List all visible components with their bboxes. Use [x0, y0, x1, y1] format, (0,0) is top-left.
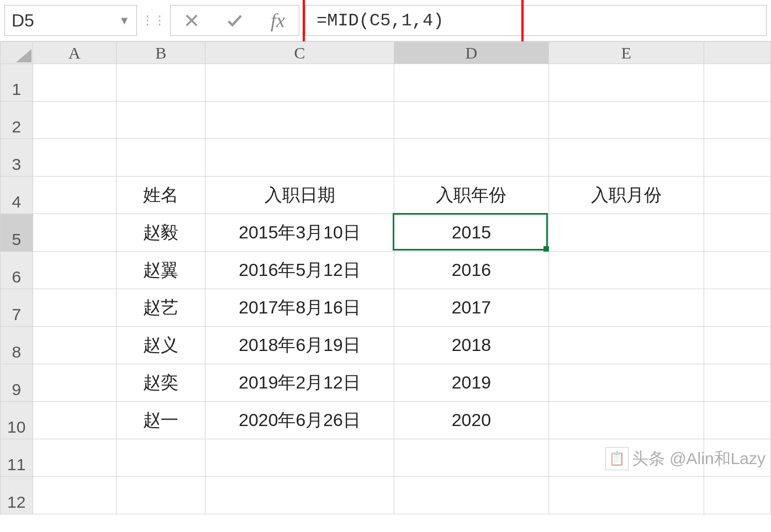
cell-B8[interactable]: 赵义 [116, 327, 205, 364]
cell-E3[interactable] [549, 139, 704, 177]
cell-C7[interactable]: 2017年8月16日 [205, 289, 394, 327]
col-header-B[interactable]: B [116, 42, 205, 64]
cell-A7[interactable] [33, 289, 116, 327]
cell-C2[interactable] [205, 102, 394, 139]
cell-D2[interactable] [394, 102, 549, 139]
cell-A11[interactable] [33, 439, 116, 477]
cell-D4[interactable]: 入职年份 [394, 177, 549, 214]
cell-A12[interactable] [33, 477, 116, 514]
confirm-icon[interactable] [218, 6, 251, 35]
row-header[interactable]: 3 [1, 139, 33, 177]
cell-extra[interactable] [704, 402, 770, 439]
name-box-text: D5 [12, 10, 119, 31]
cell-C12[interactable] [205, 477, 394, 514]
cell-B10[interactable]: 赵一 [116, 402, 205, 439]
cell-extra[interactable] [704, 102, 770, 139]
fx-button[interactable]: fx [261, 6, 294, 35]
row-header[interactable]: 1 [1, 64, 33, 102]
row-header[interactable]: 5 [1, 214, 33, 252]
cell-E1[interactable] [549, 64, 704, 102]
cell-E9[interactable] [549, 364, 704, 402]
cell-E5[interactable] [549, 214, 704, 252]
cell-extra[interactable] [704, 364, 770, 402]
row-header[interactable]: 11 [1, 439, 33, 477]
cell-C9[interactable]: 2019年2月12日 [205, 364, 394, 402]
cell-D7[interactable]: 2017 [394, 289, 549, 327]
cell-extra[interactable] [704, 214, 770, 252]
cell-D12[interactable] [394, 477, 549, 514]
cell-B9[interactable]: 赵奕 [116, 364, 205, 402]
expand-icon[interactable]: ⋮⋮ [142, 5, 165, 36]
select-all-corner[interactable] [1, 42, 33, 64]
cell-B7[interactable]: 赵艺 [116, 289, 205, 327]
row-header[interactable]: 7 [1, 289, 33, 327]
table-row: 9赵奕2019年2月12日2019 [1, 364, 771, 402]
row-header[interactable]: 8 [1, 327, 33, 364]
col-header-D[interactable]: D [394, 42, 549, 64]
cell-C11[interactable] [205, 439, 394, 477]
cell-B5[interactable]: 赵毅 [116, 214, 205, 252]
cell-C8[interactable]: 2018年6月19日 [205, 327, 394, 364]
dropdown-arrow-icon[interactable]: ▼ [119, 14, 130, 27]
cell-D3[interactable] [394, 139, 549, 177]
row-header[interactable]: 12 [1, 477, 33, 514]
cell-A3[interactable] [33, 139, 116, 177]
cell-C10[interactable]: 2020年6月26日 [205, 402, 394, 439]
cell-A2[interactable] [33, 102, 116, 139]
cell-A10[interactable] [33, 402, 116, 439]
col-header-E[interactable]: E [549, 42, 704, 64]
cell-E7[interactable] [549, 289, 704, 327]
col-header-extra[interactable] [704, 42, 770, 64]
row-header[interactable]: 4 [1, 177, 33, 214]
cell-E2[interactable] [549, 102, 704, 139]
cell-extra[interactable] [704, 64, 770, 102]
cell-B12[interactable] [116, 477, 205, 514]
cancel-icon[interactable] [175, 6, 208, 35]
col-header-C[interactable]: C [205, 42, 394, 64]
formula-bar: D5 ▼ ⋮⋮ fx =MID(C5,1,4) [0, 0, 771, 41]
cell-C6[interactable]: 2016年5月12日 [205, 252, 394, 289]
cell-extra[interactable] [704, 139, 770, 177]
row-header[interactable]: 2 [1, 102, 33, 139]
cell-E6[interactable] [549, 252, 704, 289]
cell-E4[interactable]: 入职月份 [549, 177, 704, 214]
cell-B2[interactable] [116, 102, 205, 139]
cell-extra[interactable] [704, 252, 770, 289]
row-header[interactable]: 10 [1, 402, 33, 439]
cell-extra[interactable] [704, 177, 770, 214]
cell-C3[interactable] [205, 139, 394, 177]
cell-E12[interactable] [549, 477, 704, 514]
cell-D6[interactable]: 2016 [394, 252, 549, 289]
cell-A6[interactable] [33, 252, 116, 289]
cell-B4[interactable]: 姓名 [116, 177, 205, 214]
cell-B1[interactable] [116, 64, 205, 102]
cell-extra[interactable] [704, 477, 770, 514]
cell-D8[interactable]: 2018 [394, 327, 549, 364]
cell-A8[interactable] [33, 327, 116, 364]
cell-D1[interactable] [394, 64, 549, 102]
cell-A4[interactable] [33, 177, 116, 214]
row-header[interactable]: 9 [1, 364, 33, 402]
cell-A1[interactable] [33, 64, 116, 102]
cell-D11[interactable] [394, 439, 549, 477]
cell-C1[interactable] [205, 64, 394, 102]
sheet-table[interactable]: A B C D E 1234姓名入职日期入职年份入职月份5赵毅2015年3月10… [0, 41, 771, 514]
cell-B3[interactable] [116, 139, 205, 177]
cell-A5[interactable] [33, 214, 116, 252]
cell-C4[interactable]: 入职日期 [205, 177, 394, 214]
cell-D9[interactable]: 2019 [394, 364, 549, 402]
cell-extra[interactable] [704, 327, 770, 364]
row-header[interactable]: 6 [1, 252, 33, 289]
name-box[interactable]: D5 ▼ [4, 5, 137, 36]
cell-B6[interactable]: 赵翼 [116, 252, 205, 289]
formula-input[interactable]: =MID(C5,1,4) [305, 5, 767, 36]
cell-extra[interactable] [704, 289, 770, 327]
cell-C5[interactable]: 2015年3月10日 [205, 214, 394, 252]
cell-E10[interactable] [549, 402, 704, 439]
cell-D10[interactable]: 2020 [394, 402, 549, 439]
cell-D5[interactable]: 2015 [394, 214, 549, 252]
cell-A9[interactable] [33, 364, 116, 402]
col-header-A[interactable]: A [33, 42, 116, 64]
cell-B11[interactable] [116, 439, 205, 477]
cell-E8[interactable] [549, 327, 704, 364]
